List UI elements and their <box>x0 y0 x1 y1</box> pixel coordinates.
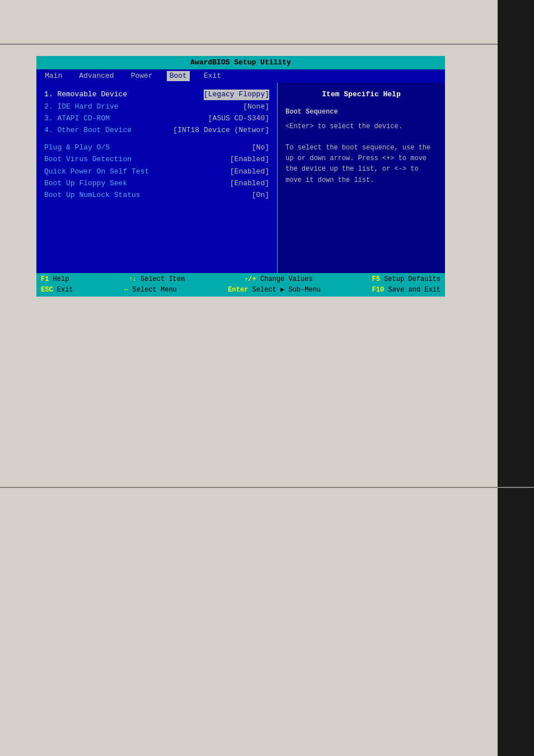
option-floppy-value: [Enabled] <box>230 179 269 189</box>
option-numlock-label: Boot Up NumLock Status <box>44 190 140 200</box>
key-plusminus: -/+ <box>244 275 256 283</box>
boot-item-1[interactable]: 1. Removable Device [Legacy Floppy] <box>44 90 269 100</box>
boot-item-3-label: 3. ATAPI CD-ROM <box>44 114 110 124</box>
option-quickpow[interactable]: Quick Power On Self Test [Enabled] <box>44 167 269 177</box>
right-sidebar <box>498 0 534 756</box>
key-arrows: ↑↓ <box>128 275 136 283</box>
boot-item-4[interactable]: 4. Other Boot Device [INT18 Device (Netw… <box>44 125 269 135</box>
desc-select-submenu: Select ▶ Sub-Menu <box>252 286 321 294</box>
menu-exit[interactable]: Exit <box>201 71 224 81</box>
boot-item-4-label: 4. Other Boot Device <box>44 125 132 135</box>
bios-status-bar: F1 Help ↑↓ Select Item -/+ Change Values… <box>36 273 445 297</box>
boot-item-3[interactable]: 3. ATAPI CD-ROM [ASUS CD-S340] <box>44 114 269 124</box>
desc-select-item: Select Item <box>140 275 185 283</box>
bios-window: AwardBIOS Setup Utility Main Advanced Po… <box>36 56 445 297</box>
top-divider <box>0 44 534 45</box>
bios-left-panel: 1. Removable Device [Legacy Floppy] 2. I… <box>36 83 277 273</box>
bios-help-panel: Item Specific Help Boot Sequence <Enter>… <box>277 83 445 273</box>
option-pnp[interactable]: Plug & Play O/S [No] <box>44 143 269 153</box>
menu-power[interactable]: Power <box>128 71 156 81</box>
key-f5: F5 <box>372 275 380 283</box>
boot-item-2-value: [None] <box>243 102 269 112</box>
option-virus-value: [Enabled] <box>230 154 269 165</box>
option-virus-label: Boot Virus Detection <box>44 154 132 165</box>
key-arrows2: ↔ <box>124 286 128 294</box>
page-background: AwardBIOS Setup Utility Main Advanced Po… <box>0 0 534 756</box>
status-arrows2: ↔ Select Menu <box>124 285 177 295</box>
boot-item-4-value: [INT18 Device (Networ] <box>173 125 269 135</box>
status-enter: Enter Select ▶ Sub-Menu <box>228 285 321 295</box>
boot-item-2[interactable]: 2. IDE Hard Drive [None] <box>44 102 269 112</box>
desc-change: Change Values <box>260 275 313 283</box>
bios-menu-bar: Main Advanced Power Boot Exit <box>36 69 445 83</box>
desc-help: Help <box>53 275 69 283</box>
status-row-1: F1 Help ↑↓ Select Item -/+ Change Values… <box>41 275 441 284</box>
bottom-divider <box>0 487 534 488</box>
bios-content-area: 1. Removable Device [Legacy Floppy] 2. I… <box>36 83 445 273</box>
help-body: <Enter> to select the device. To select … <box>285 121 437 186</box>
menu-advanced[interactable]: Advanced <box>76 71 116 81</box>
boot-item-1-label: 1. Removable Device <box>44 90 127 100</box>
status-arrows: ↑↓ Select Item <box>128 275 185 284</box>
key-enter: Enter <box>228 286 248 294</box>
desc-save-exit: Save and Exit <box>388 286 441 294</box>
boot-item-1-value: [Legacy Floppy] <box>204 90 269 100</box>
help-title: Item Specific Help <box>285 90 437 100</box>
option-quickpow-value: [Enabled] <box>230 167 269 177</box>
boot-item-2-label: 2. IDE Hard Drive <box>44 102 119 112</box>
menu-main[interactable]: Main <box>42 71 65 81</box>
bios-title: AwardBIOS Setup Utility <box>190 58 291 67</box>
option-pnp-label: Plug & Play O/S <box>44 143 110 153</box>
status-row-2: ESC Exit ↔ Select Menu Enter Select ▶ Su… <box>41 285 441 295</box>
key-f10: F10 <box>372 286 385 294</box>
option-quickpow-label: Quick Power On Self Test <box>44 167 149 177</box>
option-floppy-label: Boot Up Floppy Seek <box>44 179 127 189</box>
desc-setup-defaults: Setup Defaults <box>384 275 441 283</box>
key-f1: F1 <box>41 275 49 283</box>
bios-title-bar: AwardBIOS Setup Utility <box>36 56 445 69</box>
status-plusminus: -/+ Change Values <box>244 275 312 284</box>
option-virus[interactable]: Boot Virus Detection [Enabled] <box>44 154 269 165</box>
status-f1: F1 Help <box>41 275 69 284</box>
option-floppy[interactable]: Boot Up Floppy Seek [Enabled] <box>44 179 269 189</box>
option-pnp-value: [No] <box>252 143 269 153</box>
desc-select-menu: Select Menu <box>133 286 177 294</box>
status-f5: F5 Setup Defaults <box>372 275 441 284</box>
status-esc: ESC Exit <box>41 285 73 295</box>
status-f10: F10 Save and Exit <box>372 285 441 295</box>
option-numlock-value: [On] <box>252 190 269 200</box>
menu-boot[interactable]: Boot <box>167 71 190 81</box>
key-esc: ESC <box>41 286 53 294</box>
desc-exit: Exit <box>57 286 73 294</box>
help-content: Boot Sequence <Enter> to select the devi… <box>285 107 437 186</box>
boot-item-3-value: [ASUS CD-S340] <box>208 114 269 124</box>
option-numlock[interactable]: Boot Up NumLock Status [On] <box>44 190 269 200</box>
help-heading: Boot Sequence <box>285 107 437 117</box>
